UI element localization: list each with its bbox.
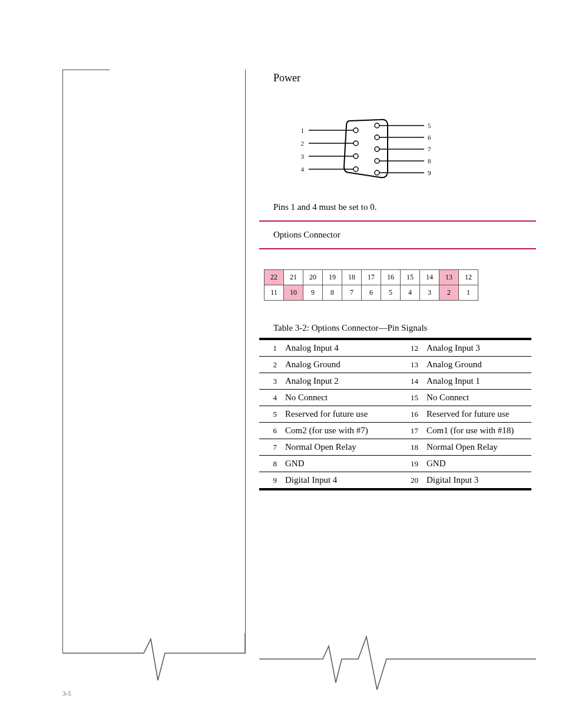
- grid-cell: 11: [265, 285, 284, 301]
- grid-cell: 2: [439, 285, 459, 301]
- svg-point-0: [353, 128, 358, 133]
- serial-pin-3: 3: [301, 153, 305, 160]
- serial-pin-2: 2: [301, 140, 305, 147]
- table-cell: 17: [401, 423, 422, 439]
- table-cell: 15: [401, 390, 422, 406]
- options-connector-heading: Options Connector: [273, 230, 536, 240]
- grid-cell: 17: [362, 270, 381, 285]
- table-row: 8GND19GND: [259, 456, 531, 472]
- table-cell: 20: [401, 472, 422, 490]
- serial-pin-9: 9: [428, 169, 431, 176]
- serial-pin-7: 7: [428, 146, 431, 153]
- grid-cell: 7: [342, 285, 362, 301]
- table-cell: Analog Input 3: [422, 339, 531, 357]
- table-cell: 9: [259, 472, 280, 490]
- svg-point-1: [353, 141, 358, 146]
- table-cell: 1: [259, 339, 280, 357]
- table-cell: 19: [401, 456, 422, 472]
- grid-cell: 21: [284, 270, 303, 285]
- serial-pin-8: 8: [428, 157, 431, 164]
- serial-pin-1: 1: [301, 127, 305, 134]
- grid-cell: 8: [323, 285, 342, 301]
- table-cell: 18: [401, 439, 422, 456]
- table-cell: Analog Input 2: [280, 373, 401, 390]
- pinout-table: 1Analog Input 412Analog Input 32Analog G…: [259, 338, 531, 490]
- options-connector-grid: 22212019181716151413121110987654321: [264, 269, 536, 301]
- grid-cell: 16: [381, 270, 401, 285]
- table-cell: 7: [259, 439, 280, 456]
- grid-cell: 22: [265, 270, 284, 285]
- table-cell: 2: [259, 357, 280, 373]
- pins-zero-note: Pins 1 and 4 must be set to 0.: [273, 202, 536, 212]
- table-cell: Normal Open Relay: [280, 439, 401, 456]
- table-row: 2Analog Ground13Analog Ground: [259, 357, 531, 373]
- serial-pin-5: 5: [428, 122, 431, 129]
- table-cell: Analog Ground: [422, 357, 531, 373]
- table-cell: 5: [259, 406, 280, 423]
- table-cell: Digital Input 4: [280, 472, 401, 490]
- serial-pin-6: 6: [428, 134, 431, 141]
- left-vertical-rule: [62, 70, 63, 653]
- table-cell: 13: [401, 357, 422, 373]
- grid-cell: 10: [284, 285, 303, 301]
- table-cell: Com2 (for use with #7): [280, 423, 401, 439]
- table-cell: Digital Input 3: [422, 472, 531, 490]
- table-row: 7Normal Open Relay18Normal Open Relay: [259, 439, 531, 456]
- table-cell: Analog Input 1: [422, 373, 531, 390]
- svg-point-4: [375, 123, 379, 128]
- table-cell: No Connect: [422, 390, 531, 406]
- table-cell: GND: [280, 456, 401, 472]
- pinout-table-title: Table 3-2: Options Connector—Pin Signals: [273, 323, 536, 333]
- table-row: 9Digital Input 420Digital Input 3: [259, 472, 531, 490]
- grid-cell: 18: [342, 270, 362, 285]
- grid-cell: 9: [303, 285, 323, 301]
- svg-point-7: [375, 159, 379, 163]
- svg-point-3: [353, 167, 358, 172]
- table-cell: Analog Input 4: [280, 339, 401, 357]
- table-cell: No Connect: [280, 390, 401, 406]
- table-cell: Analog Ground: [280, 357, 401, 373]
- svg-point-5: [375, 135, 379, 140]
- main-content: Power: [259, 72, 536, 490]
- table-cell: Normal Open Relay: [422, 439, 531, 456]
- grid-cell: 4: [401, 285, 420, 301]
- svg-point-8: [375, 170, 379, 175]
- table-cell: 6: [259, 423, 280, 439]
- table-cell: 8: [259, 456, 280, 472]
- grid-cell: 5: [381, 285, 401, 301]
- table-cell: Com1 (for use with #18): [422, 423, 531, 439]
- table-row: 6Com2 (for use with #7)17Com1 (for use w…: [259, 423, 531, 439]
- grid-cell: 19: [323, 270, 342, 285]
- grid-cell: 3: [420, 285, 439, 301]
- grid-cell: 20: [303, 270, 323, 285]
- grid-cell: 6: [362, 285, 381, 301]
- grid-cell: 1: [459, 285, 478, 301]
- page-number: 3-5: [62, 690, 71, 697]
- grid-cell: 15: [401, 270, 420, 285]
- table-cell: 12: [401, 339, 422, 357]
- grid-cell: 12: [459, 270, 478, 285]
- svg-point-2: [353, 154, 358, 159]
- table-cell: 4: [259, 390, 280, 406]
- table-cell: 14: [401, 373, 422, 390]
- table-cell: Reserved for future use: [422, 406, 531, 423]
- center-vertical-rule: [245, 70, 246, 653]
- table-row: 5Reserved for future use16Reserved for f…: [259, 406, 531, 423]
- serial-pin-4: 4: [301, 166, 305, 173]
- grid-cell: 13: [439, 270, 459, 285]
- table-cell: GND: [422, 456, 531, 472]
- left-top-horizontal-rule: [62, 70, 110, 70]
- divider-red-1: [259, 220, 536, 222]
- table-row: 1Analog Input 412Analog Input 3: [259, 339, 531, 357]
- ecg-decoration-left: [62, 633, 259, 686]
- divider-red-2: [259, 248, 536, 249]
- table-cell: 16: [401, 406, 422, 423]
- ecg-decoration-right: [259, 633, 536, 692]
- table-cell: 3: [259, 373, 280, 390]
- grid-cell: 14: [420, 270, 439, 285]
- table-row: 4No Connect15No Connect: [259, 390, 531, 406]
- table-cell: Reserved for future use: [280, 406, 401, 423]
- svg-point-6: [375, 147, 379, 151]
- table-row: 3Analog Input 214Analog Input 1: [259, 373, 531, 390]
- power-heading: Power: [273, 72, 536, 84]
